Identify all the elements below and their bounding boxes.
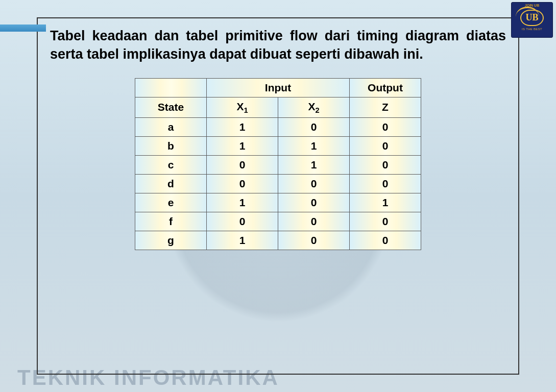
logo-tagline: IS THE BEST <box>522 28 542 31</box>
table-row: c 0 1 0 <box>135 156 421 175</box>
cell-x2: 0 <box>278 175 350 193</box>
cell-x2: 0 <box>278 118 350 137</box>
header-input: Input <box>207 78 350 97</box>
cell-z: 0 <box>350 231 421 250</box>
cell-x2: 0 <box>278 231 350 250</box>
cell-x1: 1 <box>207 193 278 212</box>
table-header-row-2: State X1 X2 Z <box>135 97 421 117</box>
cell-state: c <box>135 156 207 175</box>
slide-heading: Tabel keadaan dan tabel primitive flow d… <box>50 27 506 64</box>
cell-x1: 1 <box>207 231 278 250</box>
cell-state: a <box>135 118 207 137</box>
header-state: State <box>135 97 207 117</box>
table-row: a 1 0 0 <box>135 118 421 137</box>
header-output: Output <box>350 78 421 97</box>
table-row: e 1 0 1 <box>135 193 421 212</box>
cell-state: g <box>135 231 207 250</box>
cell-z: 0 <box>350 118 421 137</box>
cell-x1: 0 <box>207 175 278 193</box>
cell-x1: 0 <box>207 156 278 175</box>
university-logo: JOIN UB UB IS THE BEST <box>511 2 553 38</box>
cell-z: 0 <box>350 212 421 231</box>
cell-x1: 1 <box>207 137 278 156</box>
header-x1: X1 <box>207 97 278 117</box>
table-row: d 0 0 0 <box>135 175 421 193</box>
header-blank <box>135 78 207 97</box>
cell-x1: 0 <box>207 212 278 231</box>
state-table: Input Output State X1 X2 Z a 1 0 0 b 1 1… <box>135 78 421 250</box>
cell-state: b <box>135 137 207 156</box>
header-z: Z <box>350 97 421 117</box>
cell-x1: 1 <box>207 118 278 137</box>
cell-x2: 0 <box>278 212 350 231</box>
cell-z: 0 <box>350 137 421 156</box>
table-row: b 1 1 0 <box>135 137 421 156</box>
logo-ub-text: UB <box>520 10 544 26</box>
cell-z: 1 <box>350 193 421 212</box>
accent-bar <box>0 24 46 32</box>
table-row: g 1 0 0 <box>135 231 421 250</box>
cell-x2: 1 <box>278 137 350 156</box>
header-x2: X2 <box>278 97 350 117</box>
cell-state: f <box>135 212 207 231</box>
table-row: f 0 0 0 <box>135 212 421 231</box>
cell-z: 0 <box>350 175 421 193</box>
cell-z: 0 <box>350 156 421 175</box>
cell-x2: 0 <box>278 193 350 212</box>
cell-x2: 1 <box>278 156 350 175</box>
content-frame: Tabel keadaan dan tabel primitive flow d… <box>37 17 519 375</box>
cell-state: e <box>135 193 207 212</box>
cell-state: d <box>135 175 207 193</box>
table-header-row-1: Input Output <box>135 78 421 97</box>
